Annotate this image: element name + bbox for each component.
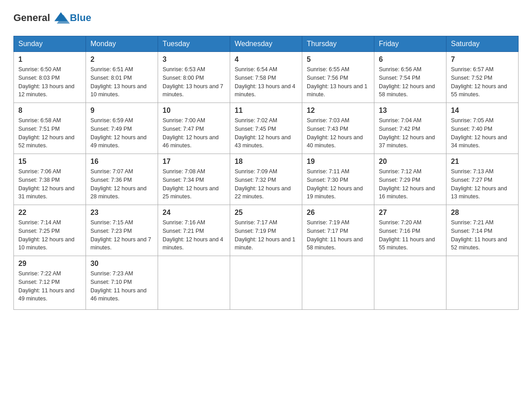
calendar-cell: 20Sunrise: 7:12 AMSunset: 7:29 PMDayligh…: [374, 154, 446, 205]
header-thursday: Thursday: [302, 36, 374, 52]
logo-text-blue: Blue: [70, 12, 91, 24]
calendar-cell: 5Sunrise: 6:55 AMSunset: 7:56 PMDaylight…: [302, 52, 374, 103]
calendar-cell: 23Sunrise: 7:15 AMSunset: 7:23 PMDayligh…: [86, 205, 158, 256]
calendar-cell: 25Sunrise: 7:17 AMSunset: 7:19 PMDayligh…: [230, 205, 302, 256]
calendar-cell: 8Sunrise: 6:58 AMSunset: 7:51 PMDaylight…: [14, 103, 86, 154]
day-number: 27: [379, 209, 442, 217]
day-number: 1: [18, 56, 81, 64]
header-monday: Monday: [86, 36, 158, 52]
day-number: 14: [451, 107, 514, 115]
calendar-cell: 22Sunrise: 7:14 AMSunset: 7:25 PMDayligh…: [14, 205, 86, 256]
day-number: 30: [90, 260, 153, 268]
logo: General Blue: [13, 9, 91, 27]
day-info: Sunrise: 6:53 AMSunset: 8:00 PMDaylight:…: [163, 65, 225, 99]
calendar-cell: 28Sunrise: 7:21 AMSunset: 7:14 PMDayligh…: [446, 205, 519, 256]
calendar-week-row: 22Sunrise: 7:14 AMSunset: 7:25 PMDayligh…: [14, 205, 519, 256]
header-tuesday: Tuesday: [158, 36, 230, 52]
calendar-cell: 11Sunrise: 7:02 AMSunset: 7:45 PMDayligh…: [230, 103, 302, 154]
header-sunday: Sunday: [14, 36, 86, 52]
day-number: 2: [90, 56, 153, 64]
day-info: Sunrise: 7:09 AMSunset: 7:32 PMDaylight:…: [235, 167, 297, 201]
calendar-cell: 14Sunrise: 7:05 AMSunset: 7:40 PMDayligh…: [446, 103, 519, 154]
day-number: 25: [235, 209, 297, 217]
day-info: Sunrise: 6:56 AMSunset: 7:54 PMDaylight:…: [379, 65, 442, 99]
calendar-cell: 18Sunrise: 7:09 AMSunset: 7:32 PMDayligh…: [230, 154, 302, 205]
day-info: Sunrise: 6:55 AMSunset: 7:56 PMDaylight:…: [307, 65, 369, 99]
day-number: 19: [307, 158, 369, 166]
day-info: Sunrise: 7:03 AMSunset: 7:43 PMDaylight:…: [307, 116, 369, 150]
calendar-cell: 9Sunrise: 6:59 AMSunset: 7:49 PMDaylight…: [86, 103, 158, 154]
day-info: Sunrise: 7:04 AMSunset: 7:42 PMDaylight:…: [379, 116, 442, 150]
day-number: 18: [235, 158, 297, 166]
calendar-cell: [374, 256, 446, 310]
day-info: Sunrise: 7:22 AMSunset: 7:12 PMDaylight:…: [18, 270, 81, 303]
day-number: 8: [18, 107, 81, 115]
calendar-cell: [158, 256, 230, 310]
day-number: 13: [379, 107, 442, 115]
day-info: Sunrise: 7:12 AMSunset: 7:29 PMDaylight:…: [379, 167, 442, 201]
logo-icon: [52, 9, 70, 27]
day-info: Sunrise: 7:16 AMSunset: 7:21 PMDaylight:…: [163, 218, 225, 252]
day-number: 23: [90, 209, 153, 217]
day-info: Sunrise: 7:05 AMSunset: 7:40 PMDaylight:…: [451, 116, 514, 150]
day-info: Sunrise: 6:51 AMSunset: 8:01 PMDaylight:…: [90, 65, 153, 99]
header-wednesday: Wednesday: [230, 36, 302, 52]
header-friday: Friday: [374, 36, 446, 52]
day-info: Sunrise: 7:06 AMSunset: 7:38 PMDaylight:…: [18, 167, 81, 201]
calendar-cell: 26Sunrise: 7:19 AMSunset: 7:17 PMDayligh…: [302, 205, 374, 256]
day-number: 24: [163, 209, 225, 217]
day-info: Sunrise: 6:54 AMSunset: 7:58 PMDaylight:…: [235, 65, 297, 99]
day-info: Sunrise: 7:08 AMSunset: 7:34 PMDaylight:…: [163, 167, 225, 201]
day-info: Sunrise: 7:19 AMSunset: 7:17 PMDaylight:…: [307, 218, 369, 252]
day-info: Sunrise: 6:57 AMSunset: 7:52 PMDaylight:…: [451, 65, 514, 99]
calendar-cell: 13Sunrise: 7:04 AMSunset: 7:42 PMDayligh…: [374, 103, 446, 154]
day-number: 10: [163, 107, 225, 115]
day-info: Sunrise: 7:15 AMSunset: 7:23 PMDaylight:…: [90, 218, 153, 252]
logo-text-general: General: [13, 12, 50, 24]
day-info: Sunrise: 7:17 AMSunset: 7:19 PMDaylight:…: [235, 218, 297, 252]
day-number: 12: [307, 107, 369, 115]
calendar-cell: 30Sunrise: 7:23 AMSunset: 7:10 PMDayligh…: [86, 256, 158, 310]
day-number: 22: [18, 209, 81, 217]
calendar-cell: 12Sunrise: 7:03 AMSunset: 7:43 PMDayligh…: [302, 103, 374, 154]
day-info: Sunrise: 7:20 AMSunset: 7:16 PMDaylight:…: [379, 218, 442, 252]
day-info: Sunrise: 6:58 AMSunset: 7:51 PMDaylight:…: [18, 116, 81, 150]
calendar-cell: 15Sunrise: 7:06 AMSunset: 7:38 PMDayligh…: [14, 154, 86, 205]
calendar-week-row: 29Sunrise: 7:22 AMSunset: 7:12 PMDayligh…: [14, 256, 519, 310]
day-number: 7: [451, 56, 514, 64]
day-number: 16: [90, 158, 153, 166]
calendar-cell: 6Sunrise: 6:56 AMSunset: 7:54 PMDaylight…: [374, 52, 446, 103]
calendar-cell: 24Sunrise: 7:16 AMSunset: 7:21 PMDayligh…: [158, 205, 230, 256]
day-number: 20: [379, 158, 442, 166]
calendar-cell: 1Sunrise: 6:50 AMSunset: 8:03 PMDaylight…: [14, 52, 86, 103]
day-info: Sunrise: 6:50 AMSunset: 8:03 PMDaylight:…: [18, 65, 81, 99]
calendar-cell: 7Sunrise: 6:57 AMSunset: 7:52 PMDaylight…: [446, 52, 519, 103]
calendar-cell: [446, 256, 519, 310]
calendar-cell: 10Sunrise: 7:00 AMSunset: 7:47 PMDayligh…: [158, 103, 230, 154]
calendar-cell: [302, 256, 374, 310]
day-number: 15: [18, 158, 81, 166]
day-number: 29: [18, 260, 81, 268]
calendar-week-row: 15Sunrise: 7:06 AMSunset: 7:38 PMDayligh…: [14, 154, 519, 205]
calendar-cell: 2Sunrise: 6:51 AMSunset: 8:01 PMDaylight…: [86, 52, 158, 103]
calendar-cell: [230, 256, 302, 310]
calendar-week-row: 8Sunrise: 6:58 AMSunset: 7:51 PMDaylight…: [14, 103, 519, 154]
day-number: 3: [163, 56, 225, 64]
day-info: Sunrise: 7:14 AMSunset: 7:25 PMDaylight:…: [18, 218, 81, 252]
calendar-cell: 19Sunrise: 7:11 AMSunset: 7:30 PMDayligh…: [302, 154, 374, 205]
day-info: Sunrise: 7:21 AMSunset: 7:14 PMDaylight:…: [451, 218, 514, 252]
day-number: 11: [235, 107, 297, 115]
day-number: 26: [307, 209, 369, 217]
calendar-header-row: SundayMondayTuesdayWednesdayThursdayFrid…: [14, 36, 519, 52]
day-number: 28: [451, 209, 514, 217]
day-number: 9: [90, 107, 153, 115]
day-info: Sunrise: 7:11 AMSunset: 7:30 PMDaylight:…: [307, 167, 369, 201]
day-info: Sunrise: 7:02 AMSunset: 7:45 PMDaylight:…: [235, 116, 297, 150]
page-header: General Blue: [13, 9, 519, 27]
calendar-cell: 16Sunrise: 7:07 AMSunset: 7:36 PMDayligh…: [86, 154, 158, 205]
day-info: Sunrise: 7:07 AMSunset: 7:36 PMDaylight:…: [90, 167, 153, 201]
day-number: 5: [307, 56, 369, 64]
calendar-cell: 29Sunrise: 7:22 AMSunset: 7:12 PMDayligh…: [14, 256, 86, 310]
day-info: Sunrise: 7:00 AMSunset: 7:47 PMDaylight:…: [163, 116, 225, 150]
day-number: 4: [235, 56, 297, 64]
